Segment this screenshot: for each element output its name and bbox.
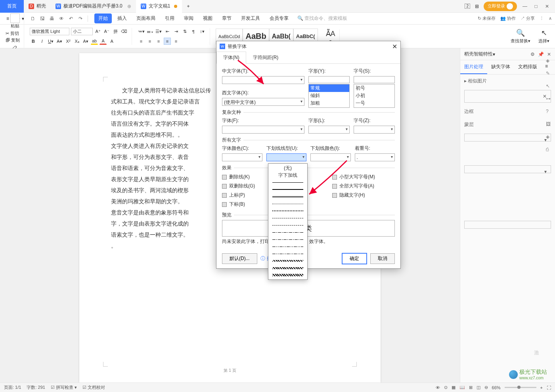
coop-button[interactable]: 👥 协作 [500,15,516,21]
pin-icon[interactable]: 📌 [538,52,544,57]
collapse-icon[interactable]: ∧ [549,16,552,21]
proofread[interactable]: ☑ 文档校对 [82,384,105,390]
settings2-icon[interactable]: ⊶ [546,96,553,103]
undo-icon[interactable]: ↶ [67,15,75,23]
ok-button[interactable]: 确定 [342,253,367,264]
underline-style-combo[interactable] [266,153,307,161]
style-input[interactable] [308,76,350,83]
hidden-checkbox[interactable]: 隐藏文字(H) [332,191,395,199]
text-tools-icon[interactable]: ẴA [326,29,335,38]
underline-dashdot[interactable] [268,229,307,236]
underline-wave-double[interactable] [268,272,307,279]
align-left-icon[interactable]: ≡ [138,38,145,45]
underline-dashed-wide[interactable] [268,222,307,229]
underline-words[interactable]: 字下加线 [268,172,307,179]
en-font-combo[interactable]: (使用中文字体) [222,98,304,106]
dk-tab[interactable]: D稻壳 [24,0,51,13]
menu-tab-devtools[interactable]: 开发工具 [237,13,264,23]
fullscreen-icon[interactable]: ⛶ [547,385,551,390]
doc-tab-current[interactable]: W文字文稿1 [136,0,182,13]
underline-wave-thick[interactable] [268,264,307,272]
underline-dashdotdot-wide[interactable] [268,250,307,257]
size-input[interactable] [354,76,395,83]
bold-icon[interactable]: B [30,38,37,45]
underline-solid[interactable] [268,179,307,186]
right-tab-font[interactable]: 缺失字体 [487,60,514,74]
word-count[interactable]: 字数: 291 [27,384,45,390]
list-item[interactable]: 常规 [309,84,349,92]
similar-images[interactable]: ▸ 相似图片 [460,75,555,88]
diamond-icon[interactable]: ◈ [546,134,553,141]
strikethrough-icon[interactable]: A̶▾ [56,38,63,45]
menu-tab-chapter[interactable]: 章节 [218,13,235,23]
highlight-icon[interactable]: ab [91,38,98,45]
menu-tab-references[interactable]: 引用 [161,13,178,23]
bullets-icon[interactable]: ≔▾ [138,28,145,35]
new-tab[interactable]: + [182,0,194,13]
line-spacing-icon[interactable]: ↕▾ [199,28,206,35]
arrow-icon[interactable]: ↖ [546,83,553,90]
underline-icon[interactable]: U▾ [47,38,54,45]
menu-tab-insert[interactable]: 插入 [113,13,131,23]
style-listbox[interactable]: 常规 倾斜 加粗 [308,84,350,108]
close-window-icon[interactable]: ✕ [544,3,550,10]
login-button[interactable]: 立即登录 [484,2,517,11]
italic-icon[interactable]: I [38,38,46,45]
preview-icon[interactable]: 👁 [57,15,65,23]
cancel-button[interactable]: 取消 [370,253,395,264]
font-name-select[interactable]: 微软雅黑 Light [30,28,69,35]
emphasis-icon[interactable]: X² [65,38,72,45]
book-icon[interactable]: ⎙ [546,147,553,154]
underline-thick[interactable] [268,186,307,193]
dialog-tab-font[interactable]: 字体(N) [216,52,246,64]
underline-dotted[interactable] [268,200,307,207]
dropdown-close[interactable]: ✕ [464,90,551,103]
dialog-titlebar[interactable]: W 替换字体 ✕ [216,41,400,52]
underline-double[interactable] [268,193,307,200]
dialog-tab-spacing[interactable]: 字符间距(R) [246,52,285,64]
right-tab-layout[interactable]: 文档排版 [514,60,541,74]
clear-format-icon[interactable]: ⌫ [121,28,128,35]
increase-size-icon[interactable]: A⁺ [94,28,101,35]
list-item[interactable]: 倾斜 [309,92,349,99]
new-icon[interactable]: 🗋 [29,15,37,23]
char-border-icon[interactable]: A [108,38,115,45]
decrease-size-icon[interactable]: A⁻ [103,28,110,35]
multilevel-icon[interactable]: ☰▾ [155,28,162,35]
compass-icon[interactable]: ◈ [546,58,553,65]
fontcolor-combo[interactable] [222,153,262,161]
allcaps-checkbox[interactable]: 全部大写字母(A) [332,182,395,190]
home-tab[interactable]: 首页 [0,0,24,13]
font2-combo[interactable] [222,126,304,134]
copy-button[interactable]: 🗐 复制 [6,37,20,43]
settings-icon[interactable]: ⚙ [530,52,535,57]
underline-dotted-thick[interactable] [268,207,307,214]
view-outline-icon[interactable]: ◫ [477,385,480,390]
layer-option[interactable]: 蒙层 [460,118,555,131]
menu-tab-pagelayout[interactable]: 页面布局 [132,13,159,23]
font-color-icon[interactable]: A [100,38,107,45]
focus-icon[interactable]: ⊙ [444,385,448,390]
doc-tab-pdf[interactable]: W极速PDF编辑器用户手册3.0⊕ [51,0,136,13]
align-right-icon[interactable]: ≡ [155,38,162,45]
smallcaps-checkbox[interactable]: 小型大写字母(M) [332,173,395,181]
eye-icon[interactable]: 👁 [436,385,440,390]
close-icon[interactable]: ⊕ [127,4,131,9]
pencil-icon[interactable]: ✎ [546,71,553,78]
decrease-indent-icon[interactable]: ⇤ [164,28,171,35]
minimize-icon[interactable]: — [522,3,528,10]
phonetic-icon[interactable]: 拼 [112,28,119,35]
zoom-slider[interactable] [505,387,536,388]
zoom-level[interactable]: 66% [492,385,501,390]
share-button[interactable]: ↗ 分享 [521,15,535,21]
menu-tab-view[interactable]: 视图 [199,13,216,23]
underline-none[interactable]: (无) [268,164,307,172]
show-marks-icon[interactable]: ¶ [190,28,197,35]
spell-check[interactable]: ☑ 拼写检查 ▾ [51,384,77,390]
right-tab-image[interactable]: 图片处理 [460,60,487,74]
default-button[interactable]: 默认(D)... [222,253,257,264]
unsaved-status[interactable]: ↻ 未保存 [478,15,496,21]
view-web-icon[interactable]: ⊞ [469,385,473,390]
select-button[interactable]: ↖ 选择▾ [536,29,552,44]
redo-icon[interactable]: ↷ [77,15,84,23]
